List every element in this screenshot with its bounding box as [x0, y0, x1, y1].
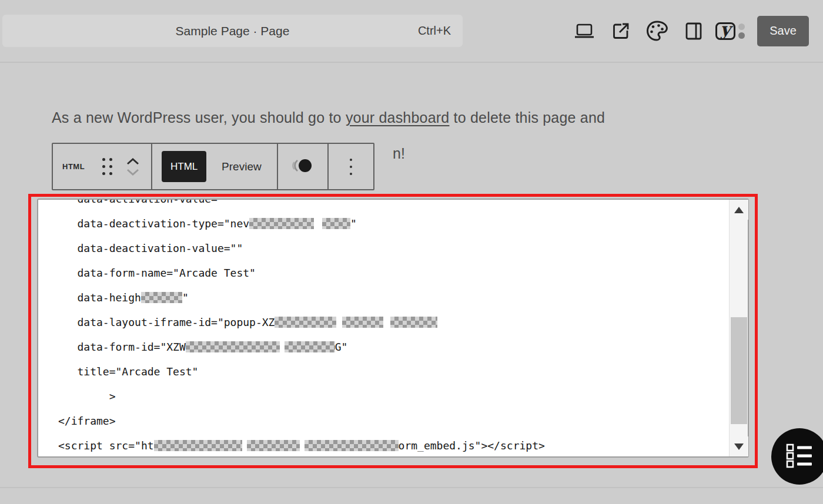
block-toolbar-mode-section: HTML Preview [152, 144, 278, 189]
code-line: data-deactivation-type="nev" [58, 211, 729, 236]
code-line: title="Arcade Test" [58, 359, 729, 384]
html-block-code-editor: data-activation-value= data-deactivation… [37, 199, 749, 458]
preview-mode-tab[interactable]: Preview [222, 160, 262, 173]
paragraph-line2-fragment: n! [393, 145, 405, 162]
scrollbar-thumb[interactable] [731, 317, 747, 424]
header-divider [0, 62, 823, 63]
code-line: data-heigh" [58, 285, 729, 310]
command-shortcut: Ctrl+K [418, 24, 451, 38]
settings-sidebar-button[interactable] [678, 16, 709, 46]
palette-icon [645, 20, 669, 42]
code-line: <script src="htorm_embed.js"></script> [58, 434, 729, 456]
scrollbar-up-button[interactable] [730, 200, 748, 220]
code-line: data-form-name="Arcade Test" [58, 261, 729, 285]
preview-in-new-tab-button[interactable] [605, 16, 636, 46]
code-line: data-activation-value= [58, 200, 729, 211]
block-toolbar-move-section: HTML [53, 144, 152, 189]
yoast-status-dot-top [738, 23, 745, 30]
code-line: > [58, 384, 729, 409]
drag-handle[interactable] [102, 158, 112, 175]
sample-page-paragraph: As a new WordPress user, you should go t… [52, 109, 745, 126]
code-line: </iframe> [58, 409, 729, 434]
header-actions: y Save [569, 15, 809, 47]
checklist-icon [786, 443, 813, 470]
html-mode-tab[interactable]: HTML [162, 151, 206, 182]
move-up-button[interactable] [126, 158, 139, 165]
footer-divider [0, 487, 823, 488]
laptop-icon [574, 22, 595, 40]
kebab-menu-icon [350, 159, 352, 175]
dashboard-link[interactable]: your dashboard [346, 109, 450, 126]
code-line: data-layout-iframe-id="popup-XZ [58, 310, 729, 335]
yoast-seo-icon: y [715, 22, 745, 40]
move-down-button[interactable] [126, 169, 139, 176]
code-textarea[interactable]: data-activation-value= data-deactivation… [38, 200, 729, 456]
yoast-seo-button[interactable]: y [715, 16, 745, 46]
yoast-status-dot-bottom [738, 32, 745, 39]
save-button[interactable]: Save [757, 16, 809, 46]
block-type-label: HTML [62, 162, 85, 171]
code-scrollbar [729, 200, 748, 456]
scrollbar-down-button[interactable] [730, 436, 748, 456]
view-button[interactable] [569, 16, 600, 46]
styles-button[interactable] [642, 16, 673, 46]
document-command-bar[interactable]: Sample Page · Page Ctrl+K [2, 15, 463, 47]
paragraph-text-pre: As a new WordPress user, you should go t… [52, 109, 346, 126]
paragraph-text-post: to delete this page and [449, 109, 605, 126]
code-line: data-form-id="XZWG" [58, 335, 729, 359]
sidebar-columns-icon [685, 22, 702, 41]
block-toolbar: HTML HTML Preview [52, 143, 374, 190]
editor-screen: Sample Page · Page Ctrl+K [0, 0, 823, 504]
chevron-down-icon [126, 169, 139, 176]
checklist-fab-button[interactable] [771, 428, 823, 485]
chevron-up-icon [126, 158, 139, 165]
block-options-button[interactable] [329, 144, 373, 189]
pulse-circle-icon [290, 157, 315, 177]
block-animation-button[interactable] [278, 144, 329, 189]
triangle-up-icon [734, 207, 744, 213]
external-link-icon [611, 22, 630, 41]
document-title: Sample Page · Page [2, 24, 463, 38]
code-content: data-activation-value= data-deactivation… [38, 200, 729, 456]
code-line: data-deactivation-value="" [58, 236, 729, 261]
triangle-down-icon [734, 443, 744, 450]
